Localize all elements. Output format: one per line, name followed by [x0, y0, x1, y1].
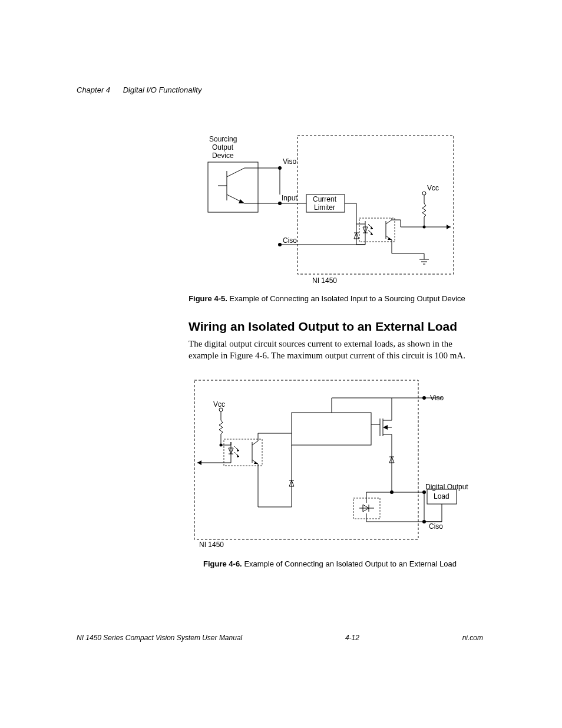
label-viso-1: Viso: [283, 157, 296, 166]
svg-marker-45: [447, 225, 451, 229]
label-vcc-1: Vcc: [427, 184, 439, 192]
running-header: Chapter 4 Digital I/O Functionality: [77, 85, 483, 94]
svg-line-25: [386, 220, 392, 224]
svg-rect-87: [292, 413, 371, 445]
label-ciso-2: Ciso: [429, 522, 443, 531]
figure-4-6-caption: Figure 4-6. Example of Connecting an Iso…: [189, 559, 471, 568]
label-ciso-1: Ciso: [283, 236, 297, 245]
svg-marker-5: [239, 199, 244, 203]
svg-rect-60: [194, 380, 418, 539]
figure-4-5-text: Example of Connecting an Isolated Input …: [230, 294, 465, 303]
page-footer: NI 1450 Series Compact Vision System Use…: [77, 634, 483, 642]
footer-manual-title: NI 1450 Series Compact Vision System Use…: [77, 634, 242, 642]
svg-marker-67: [197, 460, 201, 465]
figure-4-5: Sourcing Output Device Viso Input Curren…: [189, 130, 465, 303]
chapter-title: Digital I/O Functionality: [123, 85, 202, 94]
svg-marker-79: [254, 462, 258, 464]
figure-4-6-text: Example of Connecting an Isolated Output…: [244, 559, 457, 568]
label-ni-2: NI 1450: [199, 541, 224, 549]
svg-line-77: [252, 441, 258, 445]
svg-rect-1: [208, 162, 258, 212]
label-sourcing-1: Sourcing: [209, 135, 237, 143]
figure-4-6-svg: Vcc Viso Digital Output Load Ciso NI 145…: [189, 374, 471, 551]
label-current-2: Limiter: [314, 203, 335, 212]
label-sourcing-3: Device: [212, 151, 234, 160]
section-heading: Wiring an Isolated Output to an External…: [189, 319, 483, 334]
footer-url: ni.com: [462, 634, 483, 642]
label-ni-1: NI 1450: [312, 276, 337, 285]
label-input-1: Input: [282, 194, 297, 202]
body-paragraph: The digital output circuit sources curre…: [189, 338, 471, 361]
footer-page-number: 4-12: [345, 634, 359, 642]
svg-rect-68: [224, 439, 262, 466]
figure-4-5-svg: Sourcing Output Device Viso Input Curren…: [189, 130, 465, 286]
label-sourcing-2: Output: [212, 143, 234, 151]
figure-4-6: Vcc Viso Digital Output Load Ciso NI 145…: [189, 374, 471, 568]
svg-marker-27: [388, 238, 392, 240]
label-viso-2: Viso: [430, 394, 444, 402]
label-current-1: Current: [313, 195, 337, 203]
label-vcc-2: Vcc: [213, 400, 225, 409]
svg-marker-93: [383, 425, 388, 430]
label-digital-output: Digital Output: [425, 483, 468, 491]
figure-4-5-number: Figure 4-5.: [189, 294, 227, 303]
label-load: Load: [434, 492, 449, 500]
chapter-label: Chapter 4: [77, 85, 110, 94]
svg-line-3: [227, 168, 244, 177]
figure-4-5-caption: Figure 4-5. Example of Connecting an Iso…: [189, 294, 465, 303]
figure-4-6-number: Figure 4-6.: [203, 559, 242, 568]
